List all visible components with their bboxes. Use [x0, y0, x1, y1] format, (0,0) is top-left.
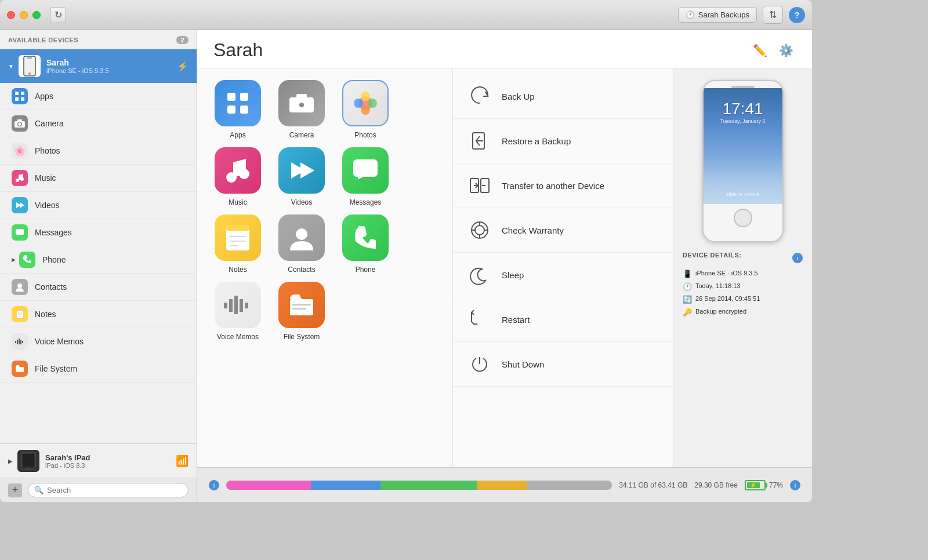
messages-tile-label: Messages [350, 198, 382, 206]
svg-point-2 [28, 72, 31, 75]
search-box: 🔍 [28, 483, 188, 497]
battery-info-button[interactable]: i [790, 480, 800, 490]
app-tile-phone[interactable]: Phone [336, 214, 394, 274]
filesystem-nav-icon [12, 361, 28, 377]
svg-rect-27 [227, 93, 235, 101]
svg-rect-3 [15, 92, 19, 95]
app-tile-contacts[interactable]: Contacts [273, 214, 331, 274]
shutdown-action[interactable]: Shut Down [453, 342, 673, 387]
maximize-button[interactable] [32, 11, 41, 19]
svg-rect-12 [16, 229, 24, 235]
backup-icon [467, 83, 492, 109]
sidebar-item-music[interactable]: Music [0, 165, 197, 192]
svg-rect-4 [21, 92, 24, 95]
svg-rect-25 [23, 454, 34, 467]
app-tile-camera[interactable]: Camera [273, 80, 331, 139]
app-tile-music[interactable]: Music [209, 147, 267, 206]
notes-icon [215, 214, 261, 261]
sidebar-header-label: AVAILABLE DEVICES [8, 37, 78, 43]
restore-action[interactable]: Restore a Backup [453, 119, 673, 163]
voicememos-icon [215, 282, 261, 328]
phone-time: 17:41 [704, 88, 782, 118]
photos-icon [342, 80, 389, 126]
detail-row-backup-date: 🔄 26 Sep 2014, 09:45:51 [683, 294, 803, 304]
sleep-action[interactable]: Sleep [453, 253, 673, 297]
device-info-sarah: Sarah iPhone SE - iOS 9.3.5 [46, 58, 172, 74]
battery-bolt-icon: ⚡ [750, 482, 756, 488]
svg-rect-30 [240, 106, 248, 114]
sleep-icon [467, 262, 492, 288]
messages-icon [342, 147, 389, 194]
device-info-button[interactable]: i [792, 253, 803, 263]
sidebar-item-filesystem[interactable]: File System [0, 355, 197, 383]
transfer-action[interactable]: Transfer to another Device [453, 163, 673, 208]
camera-icon [278, 80, 325, 126]
sidebar-item-notes[interactable]: Notes [0, 301, 197, 328]
app-tile-apps[interactable]: Apps [209, 80, 267, 139]
settings-button[interactable]: ⚙️ [777, 41, 796, 60]
music-nav-icon [12, 170, 28, 186]
app-tile-notes[interactable]: Notes [209, 214, 267, 274]
filesystem-tile-label: File System [284, 333, 320, 341]
add-device-button[interactable]: + [8, 483, 22, 497]
warranty-icon [467, 217, 492, 243]
sidebar-phone-label: Phone [42, 255, 66, 264]
close-button[interactable] [7, 11, 15, 19]
app-tile-messages[interactable]: Messages [336, 147, 394, 206]
minimize-button[interactable] [20, 11, 28, 19]
svg-rect-21 [20, 340, 21, 344]
phone-date: Tuesday, January 6 [704, 118, 782, 124]
sidebar-device-sarah[interactable]: ▼ Sarah iPhone SE - iOS 9.3.5 ⚡ [0, 49, 197, 83]
footer: i 34.11 GB of 63.41 GB 29.30 GB free ⚡ [197, 467, 812, 502]
transfer-icon [467, 173, 492, 198]
sidebar-filesystem-label: File System [35, 364, 77, 373]
app-tile-videos[interactable]: Videos [273, 147, 331, 206]
sidebar-voicememos-label: Voice Memos [35, 337, 84, 346]
refresh-detail-icon: 🔄 [683, 295, 692, 304]
device-details-title: DEVICE DETAILS: [683, 252, 792, 259]
device-info-ipad: Sarah's iPad iPad - iOS 8.3 [45, 453, 176, 469]
sidebar-item-phone[interactable]: ▶ Phone [0, 246, 197, 274]
sidebar-device-ipad[interactable]: ▶ Sarah's iPad iPad - iOS 8.3 📶 [0, 443, 197, 478]
svg-point-10 [16, 179, 19, 182]
sidebar-item-camera[interactable]: Camera [0, 110, 197, 137]
warranty-action[interactable]: Check Warranty [453, 208, 673, 253]
storage-info-button[interactable]: i [209, 480, 219, 490]
svg-rect-56 [292, 308, 306, 310]
svg-rect-29 [227, 106, 235, 114]
edit-button[interactable]: ✏️ [751, 41, 770, 60]
sarah-backups-button[interactable]: 🕐 Sarah Backups [678, 7, 757, 23]
phone-screen: 17:41 Tuesday, January 6 slide to unlock [704, 88, 782, 204]
battery-icon: ⚡ [745, 480, 766, 490]
sidebar-item-videos[interactable]: Videos [0, 192, 197, 219]
svg-point-33 [299, 103, 304, 107]
sidebar-item-voicememos[interactable]: Voice Memos [0, 328, 197, 355]
help-button[interactable]: ? [789, 7, 805, 23]
restart-action[interactable]: Restart [453, 297, 673, 342]
sidebar-item-contacts[interactable]: Contacts [0, 274, 197, 301]
detail-model: iPhone SE - iOS 9.3.5 [695, 269, 758, 278]
svg-rect-51 [234, 296, 238, 314]
sidebar-contacts-label: Contacts [35, 282, 67, 292]
sidebar-item-messages[interactable]: Messages [0, 219, 197, 246]
app-tile-photos[interactable]: Photos [336, 80, 394, 139]
svg-rect-28 [240, 93, 248, 101]
refresh-button[interactable]: ↻ [50, 7, 66, 23]
transfer-button[interactable]: ⇅ [763, 6, 783, 24]
svg-rect-44 [226, 225, 249, 231]
voicememos-tile-label: Voice Memos [217, 333, 259, 341]
detail-row-model: 📱 iPhone SE - iOS 9.3.5 [683, 269, 803, 278]
sidebar-apps-label: Apps [35, 92, 53, 101]
sidebar: AVAILABLE DEVICES 2 ▼ Sarah iPhone SE - … [0, 30, 197, 502]
backup-action[interactable]: Back Up [453, 74, 673, 119]
apps-nav-icon [12, 88, 28, 104]
sidebar-item-photos[interactable]: 🌸 Photos [0, 137, 197, 165]
sidebar-item-apps[interactable]: Apps [0, 83, 197, 110]
storage-seg-blue [311, 481, 380, 490]
app-tile-voicememos[interactable]: Voice Memos [209, 282, 267, 341]
search-input[interactable] [47, 486, 182, 494]
device-arrow-icon: ▼ [8, 63, 14, 70]
app-tile-filesystem[interactable]: File System [273, 282, 331, 341]
svg-point-48 [296, 228, 307, 240]
storage-seg-pink [226, 481, 311, 490]
